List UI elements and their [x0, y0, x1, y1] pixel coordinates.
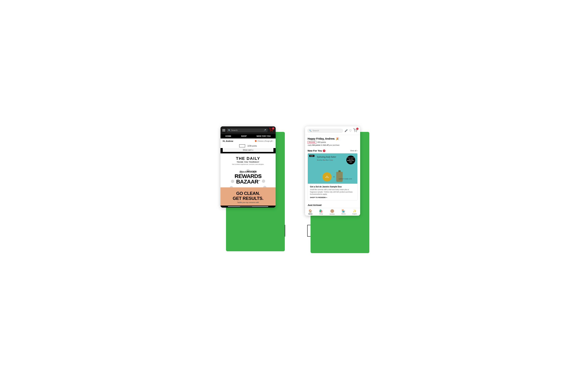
show-card-button[interactable]: Show card ∨ — [223, 148, 273, 152]
before-search-label: Search — [231, 129, 238, 131]
daily-title: THE DAILY — [223, 156, 273, 161]
search-icon: 🔍 — [228, 129, 231, 131]
plus-sign: + — [333, 175, 335, 178]
new-tag: NEW — [309, 155, 315, 157]
nav-item-andrew[interactable]: Andrew — [330, 209, 335, 215]
after-greeting-section: Happy Friday, Andrew. 🎉 ROUGE 693 points… — [305, 135, 360, 147]
beauty-insider-eyebrow: BeautyINSIDER — [240, 170, 256, 173]
product-items: SOLDE JAN + — [323, 172, 343, 182]
daily-description: Get coveted experiences, services, and s… — [223, 164, 273, 165]
before-greeting-row: Hi, Andrew 🎁 Choose a Rouge gift › — [220, 138, 276, 144]
rewards-bazaar: BAZAAR™ — [236, 179, 260, 184]
beauty-insider-badge: BEAUTY INSIDER USE CODE BODYJOY FREE* — [346, 156, 355, 164]
before-vib-row: VIB 1038 points — [220, 144, 276, 148]
svg-point-0 — [270, 131, 271, 132]
rewards-content: BeautyINSIDER REWARDS BAZAAR™ — [223, 170, 273, 184]
stores-nav-label: Stores — [341, 213, 346, 215]
daily-subtitle: THANK YOU THURSDAY — [223, 161, 273, 163]
rouge-row: ROUGE 693 points — [308, 141, 357, 144]
after-search-icon: 🔍 — [309, 129, 312, 132]
nav-item-home[interactable]: 🏠 Home — [308, 209, 312, 215]
before-hero: THE DAILY THANK YOU THURSDAY Get coveted… — [220, 153, 276, 167]
apply-points-row: Apply 500 points for $10 off your purcha… — [308, 144, 357, 146]
svg-point-2 — [355, 132, 355, 132]
after-mic-icon[interactable]: 🎤 — [345, 129, 348, 132]
product-card[interactable]: NEW hydrating body butter Brazilian Bum … — [308, 153, 357, 200]
scroll-thumb — [240, 206, 252, 207]
new-for-you-count: 2 — [323, 149, 326, 152]
nav-new-for-you[interactable]: NEW FOR YOU — [256, 135, 271, 137]
new-for-you-header: New For You 2 View all › — [305, 147, 360, 153]
after-search-label: Search — [313, 129, 319, 132]
apply-points-value: 500 points — [312, 144, 320, 146]
handwritten-text: hydrating body butter Brazilian Bum Bum … — [317, 156, 336, 161]
rewards-title: REWARDS — [235, 173, 262, 179]
svg-point-1 — [272, 131, 273, 132]
inspire-nav-icon: ✨ — [353, 209, 357, 213]
after-search-bar[interactable]: 🔍 Search — [307, 129, 343, 133]
shop-nav-icon: 🛍️ — [319, 209, 323, 213]
after-topbar: 🔍 Search 🎤 ♡ 2 — [305, 126, 360, 135]
shop-nav-label: Shop — [319, 213, 323, 215]
product-title: Get a Sol de Janeiro Sample Duo — [310, 186, 355, 188]
after-cart-badge: 2 — [356, 128, 358, 130]
before-screen: 🔍 Search 🎤 1 HOME SHOP NEW FOR YOU — [220, 126, 276, 208]
andrew-avatar — [330, 209, 334, 213]
product-bottle — [336, 172, 343, 182]
before-hi-text: Hi, Andrew — [223, 140, 233, 142]
mic-icon: 🎤 — [263, 129, 266, 132]
product-info: Get a Sol de Janeiro Sample Duo Smell li… — [308, 184, 357, 200]
clean-subtitle: Tackle your top concerns with — [223, 201, 273, 203]
home-nav-label: Home — [308, 213, 312, 215]
after-cart-icon[interactable]: 2 — [353, 128, 358, 133]
stores-nav-icon: 🏪 — [342, 209, 345, 213]
apply-discount-value: $10 off — [323, 144, 328, 146]
before-topbar: 🔍 Search 🎤 1 — [220, 126, 276, 134]
just-arrived-section: Just Arrived — [305, 202, 360, 207]
svg-point-3 — [356, 132, 357, 132]
product-jar: SOLDE JAN — [323, 172, 332, 181]
scroll-indicator — [228, 206, 268, 207]
before-cart-icon[interactable]: 1 — [269, 128, 274, 133]
nav-item-shop[interactable]: 🛍️ Shop — [319, 209, 323, 215]
before-search-bar[interactable]: 🔍 Search 🎤 — [227, 128, 268, 132]
before-nav: HOME SHOP NEW FOR YOU — [220, 134, 276, 138]
before-points: 1038 points — [247, 145, 257, 147]
product-description: Smell like summer with a trial-size body… — [310, 188, 355, 196]
hamburger-icon[interactable] — [222, 129, 225, 131]
apply-rest: your purchase — [328, 144, 340, 146]
vib-badge: VIB — [239, 144, 245, 147]
nav-home[interactable]: HOME — [225, 135, 231, 137]
rewards-section: BeautyINSIDER REWARDS BAZAAR™ — [220, 167, 276, 187]
after-greeting-title: Happy Friday, Andrew. 🎉 — [308, 137, 357, 140]
product-image-area: NEW hydrating body butter Brazilian Bum … — [308, 153, 357, 184]
clean-title: GO CLEAN.GET RESULTS. — [223, 191, 273, 201]
new-for-you-title: New For You 2 — [308, 149, 326, 152]
before-phone: 🔍 Search 🎤 1 HOME SHOP NEW FOR YOU — [220, 126, 283, 208]
before-gift-link[interactable]: 🎁 Choose a Rouge gift › — [255, 140, 273, 142]
summer-text: summer-ready scent — [339, 178, 352, 180]
after-bottom-nav: 🏠 Home 🛍️ Shop Andrew 🏪 Stores ✨ I — [305, 208, 360, 216]
nav-shop[interactable]: SHOP — [241, 135, 247, 137]
clean-section: GO CLEAN.GET RESULTS. Tackle your top co… — [220, 187, 276, 206]
view-all-link[interactable]: View all › — [350, 150, 357, 152]
heart-icon[interactable]: ♡ — [349, 129, 352, 133]
rouge-points: 693 points — [317, 141, 326, 143]
nav-item-inspire[interactable]: ✨ Inspire — [352, 209, 357, 215]
inspire-nav-label: Inspire — [352, 213, 357, 215]
andrew-nav-label: Andrew — [330, 213, 335, 215]
product-jar-label: SOLDE JAN — [326, 176, 329, 178]
shop-redeem-link[interactable]: SHOP TO REDEEM » — [310, 197, 355, 198]
just-arrived-title: Just Arrived — [308, 204, 357, 207]
rouge-badge: ROUGE — [308, 141, 316, 144]
nav-item-stores[interactable]: 🏪 Stores — [341, 209, 346, 215]
before-cart-badge: 1 — [272, 127, 274, 129]
after-screen: 🔍 Search 🎤 ♡ 2 Happy Friday, Andrew. 🎉 — [305, 126, 360, 216]
after-phone: 🔍 Search 🎤 ♡ 2 Happy Friday, Andrew. 🎉 — [305, 126, 368, 216]
home-nav-icon: 🏠 — [308, 209, 312, 213]
